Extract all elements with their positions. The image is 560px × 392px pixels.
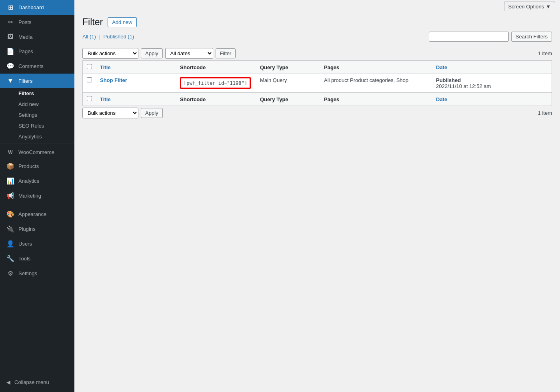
posts-icon: ✏ [6,18,14,26]
dates-select[interactable]: All dates [165,48,213,59]
filters-submenu: Filters Add new Settings SEO Rules Anyal… [0,88,74,142]
sidebar-item-label: Media [18,34,32,40]
add-new-button[interactable]: Add new [108,17,137,27]
select-all-checkbox-bottom[interactable] [87,96,92,101]
row-shortcode-cell: [pwf_filter id="1198"] [176,74,256,93]
row-title-cell: Shop Filter [96,74,176,93]
collapse-icon: ◀ [6,379,10,385]
sidebar-item-label: Pages [18,48,33,54]
col-title-link[interactable]: Title [100,64,111,70]
sidebar-item-appearance[interactable]: 🎨 Appearance [0,207,74,222]
dashboard-icon: ⊞ [6,4,14,11]
screen-options-arrow: ▼ [546,4,551,10]
filters-icon: ▼ [6,77,14,84]
sidebar-item-label: Tools [18,256,30,262]
products-icon: 📦 [6,162,14,170]
sidebar-item-label: Dashboard [18,4,44,10]
collapse-menu-button[interactable]: ◀ Collapse menu [0,376,74,389]
sidebar-item-label: Marketing [18,193,41,199]
sidebar-divider-2 [0,205,74,205]
apply-button-bottom[interactable]: Apply [141,108,163,118]
sub-item-anyalytics[interactable]: Anyalytics [0,131,74,142]
screen-options-button[interactable]: Screen Options ▼ [504,2,555,11]
sidebar-item-comments[interactable]: 💬 Comments [0,59,74,74]
col-header-date: Date [432,61,552,74]
search-input[interactable] [429,32,509,42]
sidebar-item-users[interactable]: 👤 Users [0,236,74,251]
search-filters-button[interactable]: Search Filters [511,32,552,42]
col-header-shortcode: Shortcode [176,61,256,74]
row-checkbox[interactable] [87,77,92,82]
sub-item-add-new[interactable]: Add new [0,99,74,110]
sidebar-item-settings[interactable]: ⚙ Settings [0,266,74,281]
tools-icon: 🔧 [6,255,14,262]
sidebar-item-label: Settings [18,270,37,276]
media-icon: 🖼 [6,33,14,40]
comments-icon: 💬 [6,62,14,70]
sub-item-seo-rules[interactable]: SEO Rules [0,120,74,131]
bulk-actions-select-top[interactable]: Bulk actions Delete [82,48,138,59]
row-title-link[interactable]: Shop Filter [100,77,127,83]
top-toolbar: Bulk actions Delete Apply All dates Filt… [82,48,552,59]
sub-item-filters[interactable]: Filters [0,88,74,99]
settings-icon: ⚙ [6,270,14,277]
pages-icon: 📄 [6,48,14,55]
shortcode-highlight-box: [pwf_filter id="1198"] [180,77,251,89]
collapse-label: Collapse menu [14,379,49,385]
date-value: 2022/11/10 at 12:52 am [436,83,491,89]
sidebar-item-plugins[interactable]: 🔌 Plugins [0,222,74,236]
sidebar-item-label: Users [18,241,32,247]
row-checkbox-cell [83,74,96,93]
page-title: Filter [82,17,103,28]
filters-table: Title Shortcode Query Type Pages Date [82,60,552,106]
table-header-row: Title Shortcode Query Type Pages Date [83,61,552,74]
col-footer-date: Date [432,93,552,106]
col-header-pages: Pages [320,61,432,74]
screen-options-bar: Screen Options ▼ [74,0,560,13]
col-header-cb [83,61,96,74]
sidebar-item-label: Analytics [18,178,39,184]
sidebar-item-dashboard[interactable]: ⊞ Dashboard [0,0,74,15]
content-area: Filter Add new All (1) | Published (1) S… [74,13,560,126]
row-date-cell: Published 2022/11/10 at 12:52 am [432,74,552,93]
col-footer-shortcode: Shortcode [176,93,256,106]
sidebar-item-woocommerce[interactable]: W WooCommerce [0,146,74,159]
users-icon: 👤 [6,240,14,248]
item-count-top: 1 item [538,50,552,56]
sidebar-item-label: Filters [18,78,32,84]
sidebar-item-tools[interactable]: 🔧 Tools [0,251,74,266]
bottom-toolbar-left: Bulk actions Delete Apply [82,108,163,118]
toolbar-left: Bulk actions Delete Apply All dates Filt… [82,48,236,59]
col-footer-title-link[interactable]: Title [100,96,111,102]
sidebar-divider-1 [0,144,74,144]
woocommerce-icon: W [6,150,14,155]
row-query-type-cell: Main Query [256,74,320,93]
select-all-checkbox[interactable] [87,64,92,69]
filter-link-published[interactable]: Published (1) [104,34,134,40]
filter-button-top[interactable]: Filter [216,48,236,58]
search-row: Search Filters [429,32,552,42]
page-header: Filter Add new [82,17,552,28]
sidebar-item-pages[interactable]: 📄 Pages [0,44,74,59]
sidebar-item-posts[interactable]: ✏ Posts [0,15,74,30]
apply-button-top[interactable]: Apply [141,48,163,58]
plugins-icon: 🔌 [6,225,14,233]
row-pages-cell: All product Product categories, Shop [320,74,432,93]
filter-separator: | [99,34,100,40]
bulk-actions-select-bottom[interactable]: Bulk actions Delete [82,108,138,118]
analytics-icon: 📊 [6,177,14,185]
marketing-icon: 📢 [6,192,14,200]
sub-item-settings[interactable]: Settings [0,110,74,120]
sidebar-item-products[interactable]: 📦 Products [0,159,74,174]
col-date-link[interactable]: Date [436,64,447,70]
filter-link-all[interactable]: All (1) [82,34,96,40]
col-footer-cb [83,93,96,106]
table-row: Shop Filter [pwf_filter id="1198"] Main … [83,74,552,93]
sidebar-item-filters[interactable]: ▼ Filters [0,74,74,88]
sidebar-item-media[interactable]: 🖼 Media [0,30,74,44]
col-footer-date-link[interactable]: Date [436,96,447,102]
sidebar-item-analytics[interactable]: 📊 Analytics [0,174,74,188]
sidebar-item-label: Plugins [18,226,36,232]
sidebar-item-marketing[interactable]: 📢 Marketing [0,188,74,203]
col-footer-pages: Pages [320,93,432,106]
